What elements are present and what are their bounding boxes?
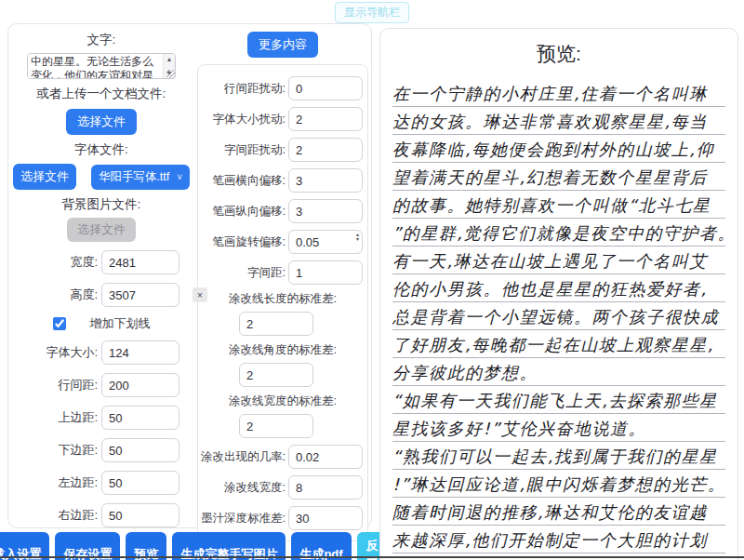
char-spacing-jitter-field: 字间距扰动: xyxy=(203,138,363,162)
line-spacing-jitter-input[interactable] xyxy=(288,76,363,100)
stroke-rotation-offset-field: 笔画旋转偏移: ▴ ▾ xyxy=(203,230,363,254)
correction-width-std-input[interactable] xyxy=(239,414,313,438)
preview-line: 随着时间退的推移,琳达和艾伦的友谊越 xyxy=(392,498,725,526)
preview-line: 有一天,琳达在山坡上遇见了一个名叫艾 xyxy=(392,247,725,274)
preview-line: 总是背着一个小望远镜。两个孩子很快成 xyxy=(392,302,725,330)
font-size-jitter-input[interactable] xyxy=(288,107,363,131)
font-size-input[interactable] xyxy=(101,340,179,365)
upload-doc-label: 或者上传一个文档文件: xyxy=(37,86,166,102)
preview-line: 夜幕降临,每她便会跑到村外的山坡上,仰 xyxy=(392,135,725,163)
bg-image-label: 背景图片文件: xyxy=(62,196,141,213)
stroke-vertical-offset-input[interactable] xyxy=(288,199,363,223)
settings-middle-column: 更多内容 行间距扰动: 字体大小扰动: 字间距扰动: 笔画横向偏移: 笔画纵向偏… xyxy=(194,24,371,527)
font-file-row: 选择文件 华阳手写体.ttf ˅ xyxy=(13,164,190,190)
right-margin-field: 右边距: xyxy=(23,503,179,527)
parameters-box: 行间距扰动: 字体大小扰动: 字间距扰动: 笔画横向偏移: 笔画纵向偏移: 笔画… xyxy=(197,64,368,541)
font-choose-file-button[interactable]: 选择文件 xyxy=(13,164,76,190)
top-margin-input[interactable] xyxy=(101,406,179,430)
left-margin-label: 左边距: xyxy=(58,474,98,491)
preview-line: 星找该多好!”艾伦兴奋地说道。 xyxy=(392,414,725,442)
font-select-value: 华阳手写体.ttf xyxy=(99,169,169,185)
stroke-horizontal-offset-input[interactable] xyxy=(288,168,363,193)
window-bottom-edge xyxy=(0,556,744,558)
preview-line: “熟我们可以一起去,找到属于我们的星星 xyxy=(392,442,725,470)
line-spacing-label: 行间距: xyxy=(58,377,98,393)
width-field: 宽度: xyxy=(23,250,179,274)
chevron-down-icon: ˅ xyxy=(177,172,182,182)
correction-width-std-label: 涂改线宽度的标准差: xyxy=(229,393,337,409)
preview-title: 预览: xyxy=(392,41,725,67)
correction-line-width-input[interactable] xyxy=(288,475,363,500)
preview-panel: 预览: 在一个宁静的小村庄里,住着一个名叫琳 达的女孩。琳达非常喜欢观察星星,每… xyxy=(379,28,738,560)
preview-line: 了好朋友,每晚都一起在山坡上观察星星, xyxy=(392,330,725,358)
stroke-vertical-offset-label: 笔画纵向偏移: xyxy=(213,204,286,220)
preview-line: 伦的小男孩。他也是星星的狂热爱好者, xyxy=(392,274,725,302)
preview-line: !”琳达回应论道,眼中闪烁着梦想的光芒。 xyxy=(392,470,725,498)
line-spacing-field: 行间距: xyxy=(23,373,179,397)
ink-depth-std-input[interactable] xyxy=(288,506,363,530)
preview-line: 分享彼此的梦想。 xyxy=(392,358,725,386)
height-input[interactable] xyxy=(101,283,179,307)
font-file-label: 字体文件: xyxy=(74,141,128,158)
bg-choose-file-button[interactable]: 选择文件 xyxy=(67,218,136,242)
spinner-down-icon[interactable]: ▾ xyxy=(356,237,359,242)
stroke-rotation-offset-label: 笔画旋转偏移: xyxy=(213,234,286,250)
char-spacing-jitter-label: 字间距扰动: xyxy=(224,142,286,158)
correction-line-width-field: 涂改线宽度: xyxy=(203,475,363,500)
height-label: 高度: xyxy=(70,287,98,303)
text-input[interactable]: 中的星星。无论生活多么变化，他们的友谊和对星空的热爱始终闪耀着光芒。 xyxy=(28,54,164,79)
show-navbar-button[interactable]: 显示导航栏 xyxy=(335,2,409,23)
width-input[interactable] xyxy=(101,250,179,274)
correction-angle-std-field: 涂改线角度的标准差: xyxy=(203,342,363,387)
line-spacing-jitter-field: 行间距扰动: xyxy=(203,76,363,100)
line-spacing-input[interactable] xyxy=(101,373,179,397)
preview-line: “如果有一天我们能飞上天,去探索那些星 xyxy=(392,386,725,414)
right-margin-input[interactable] xyxy=(101,503,179,527)
preview-line: 望着满天的星斗,幻想着无数个星星背后 xyxy=(392,163,725,191)
more-content-button[interactable]: 更多内容 xyxy=(247,32,318,58)
number-spinner[interactable]: ▴ ▾ xyxy=(356,233,359,242)
stroke-horizontal-offset-field: 笔画横向偏移: xyxy=(203,168,363,193)
top-margin-label: 上边距: xyxy=(58,409,98,426)
scroll-up-icon[interactable]: ▲ xyxy=(166,56,173,62)
preview-line: 的故事。她特别喜欢一个叫做“北斗七星 xyxy=(392,191,725,219)
left-margin-input[interactable] xyxy=(101,471,179,495)
correction-length-std-input[interactable] xyxy=(239,312,313,336)
correction-line-width-label: 涂改线宽度: xyxy=(224,480,286,496)
bottom-margin-input[interactable] xyxy=(101,438,179,462)
upload-doc-choose-file-button[interactable]: 选择文件 xyxy=(66,109,137,135)
preview-line: 达的女孩。琳达非常喜欢观察星星,每当 xyxy=(392,107,725,135)
correction-angle-std-input[interactable] xyxy=(239,363,313,387)
resize-grip-icon[interactable] xyxy=(166,70,175,78)
underline-check-row: 增加下划线 xyxy=(23,315,179,332)
correction-length-std-field: 涂改线长度的标准差: xyxy=(203,291,363,336)
preview-line: 在一个宁静的小村庄里,住着一个名叫琳 xyxy=(392,79,725,107)
top-margin-field: 上边距: xyxy=(23,406,179,430)
char-spacing-label: 字间距: xyxy=(247,265,286,281)
preview-line: ”的星群,觉得它们就像是夜空中的守护者。 xyxy=(392,219,725,247)
ink-depth-std-label: 墨汁深度标准差: xyxy=(201,511,286,527)
preview-handwriting: 在一个宁静的小村庄里,住着一个名叫琳 达的女孩。琳达非常喜欢观察星星,每当 夜幕… xyxy=(392,79,725,553)
stroke-rotation-offset-input[interactable] xyxy=(288,230,363,254)
left-margin-field: 左边距: xyxy=(23,471,179,495)
font-size-jitter-label: 字体大小扰动: xyxy=(213,112,286,127)
correction-probability-input[interactable] xyxy=(288,445,363,469)
font-select[interactable]: 华阳手写体.ttf ˅ xyxy=(91,165,190,190)
text-label: 文字: xyxy=(87,32,116,48)
correction-probability-label: 涂改出现的几率: xyxy=(201,449,286,465)
settings-panel: 文字: 中的星星。无论生活多么变化，他们的友谊和对星空的热爱始终闪耀着光芒。 ▲… xyxy=(7,23,372,528)
underline-checkbox[interactable] xyxy=(53,317,66,330)
char-spacing-jitter-input[interactable] xyxy=(288,138,363,162)
correction-probability-field: 涂改出现的几率: xyxy=(203,445,363,469)
underline-label: 增加下划线 xyxy=(90,315,151,332)
remove-bg-close-icon[interactable]: × xyxy=(193,287,207,302)
char-spacing-input[interactable] xyxy=(288,260,363,285)
bottom-margin-field: 下边距: xyxy=(23,438,179,462)
font-size-label: 字体大小: xyxy=(46,344,98,361)
right-margin-label: 右边距: xyxy=(58,507,98,524)
width-label: 宽度: xyxy=(70,254,98,271)
correction-length-std-label: 涂改线长度的标准差: xyxy=(229,291,337,307)
preview-line: 来越深厚,他们开始制定一个大胆的计划 xyxy=(392,526,725,553)
bottom-margin-label: 下边距: xyxy=(58,442,98,459)
char-spacing-field: 字间距: xyxy=(203,260,363,285)
